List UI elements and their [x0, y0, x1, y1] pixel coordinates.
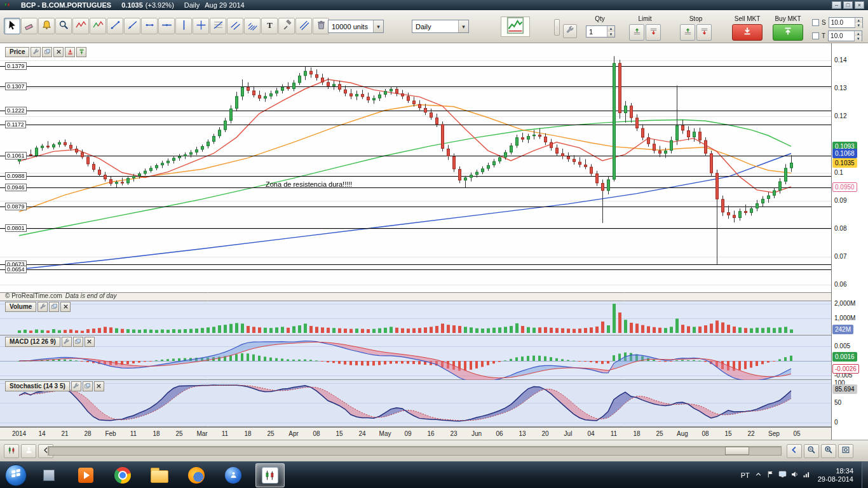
insert-buy-icon — [78, 46, 85, 58]
display-settings[interactable] — [778, 470, 787, 480]
date-label: 13 — [513, 430, 532, 437]
sell-market-button[interactable] — [732, 24, 763, 41]
buy-limit-button[interactable] — [629, 24, 644, 41]
price-axis[interactable]: 0.140.130.120.10.090.080.070.060.10930.1… — [831, 43, 868, 440]
buy-stop-button[interactable] — [680, 24, 695, 41]
jump-to-last-button[interactable] — [787, 444, 802, 458]
maximize-button[interactable]: □ — [843, 1, 853, 9]
pitchfork-tool-button[interactable] — [244, 18, 261, 34]
zoom-fit-icon — [841, 445, 850, 457]
date-label: Mar — [193, 430, 212, 437]
volume-control[interactable] — [790, 470, 799, 480]
zigzag-tool-button[interactable] — [72, 18, 89, 34]
ray-tool-button[interactable] — [124, 18, 140, 34]
window-button[interactable] — [49, 302, 59, 312]
buy-market-icon — [783, 26, 793, 39]
wrench-button[interactable] — [62, 337, 72, 347]
insert-sell-button[interactable] — [65, 47, 75, 57]
window-button[interactable] — [73, 337, 83, 347]
close-button[interactable] — [94, 381, 104, 391]
taskbar-app-firefox[interactable] — [182, 463, 211, 487]
close-button[interactable] — [60, 302, 71, 312]
zoom-in-button[interactable] — [821, 444, 836, 458]
date-label: 08 — [696, 430, 715, 437]
s-checkbox[interactable] — [812, 19, 819, 26]
date-label: Jun — [467, 430, 486, 437]
sell-limit-button[interactable] — [646, 24, 661, 41]
cross-line-tool-button[interactable] — [193, 18, 209, 34]
zoom-tool-button[interactable] — [55, 18, 72, 34]
price-axis-badge: 0.0950 — [832, 182, 857, 192]
s-spinner[interactable]: ▲▼ — [855, 18, 862, 27]
t-input[interactable]: 10.0 ▲▼ — [828, 30, 862, 41]
s-input[interactable]: 10.0 ▲▼ — [829, 17, 863, 28]
channel-tool-button[interactable] — [227, 18, 243, 34]
start-button[interactable] — [5, 464, 27, 486]
chart-style-button[interactable] — [4, 444, 19, 458]
time-axis[interactable]: 2014142128Feb111825Mar111825Apr081524May… — [0, 427, 831, 440]
close-button[interactable] — [85, 337, 95, 347]
close-button[interactable] — [53, 47, 64, 57]
t-spinner[interactable]: ▲▼ — [854, 31, 862, 41]
chart-bottom-bar — [0, 440, 868, 461]
minimize-button[interactable]: – — [832, 1, 841, 9]
parallel-lines-tool-button[interactable] — [295, 18, 312, 34]
timeframe-select[interactable]: Daily ▾ — [412, 20, 469, 33]
window-button[interactable] — [42, 47, 52, 57]
horizontal-line-tool-button[interactable] — [158, 18, 175, 34]
wrench-button[interactable] — [31, 47, 41, 57]
price-axis-tick: 0.12 — [834, 112, 846, 120]
taskbar-app-explorer[interactable] — [145, 463, 174, 487]
date-label: 22 — [742, 430, 761, 437]
wrench-icon — [39, 301, 46, 313]
taskbar-app-media[interactable] — [71, 463, 100, 487]
quantity-preset-select[interactable]: 10000 units ▾ — [328, 20, 384, 33]
taskbar-app-prorealtime[interactable] — [255, 463, 285, 487]
vertical-line-tool-button[interactable] — [175, 18, 192, 34]
taskbar-app-chrome[interactable] — [108, 463, 137, 487]
pattern-recognition-button[interactable] — [501, 17, 530, 37]
taskbar-app-messenger[interactable] — [219, 463, 248, 487]
fibonacci-tool-button[interactable] — [210, 18, 226, 34]
segment-tool-button[interactable] — [107, 18, 123, 34]
zoom-out-button[interactable] — [804, 444, 819, 458]
text-tool-button[interactable]: T — [261, 18, 278, 34]
close-icon — [55, 46, 62, 58]
zoom-all-button[interactable] — [838, 444, 853, 458]
eraser-tool-button[interactable] — [21, 18, 37, 34]
arrow-left-blue-icon — [790, 445, 799, 457]
network-icon — [803, 470, 811, 480]
pointer-tool-button[interactable] — [4, 18, 20, 34]
drawing-tools-button[interactable] — [278, 18, 295, 34]
input-flag[interactable] — [766, 470, 775, 480]
wrench-button[interactable] — [37, 302, 48, 312]
t-checkbox[interactable] — [812, 32, 819, 39]
zigzag-filter-tool-button[interactable] — [90, 18, 106, 34]
qty-input[interactable]: 1 ▲▼ — [586, 25, 615, 37]
delete-drawings-tool-button[interactable] — [313, 18, 329, 34]
order-settings-button[interactable] — [563, 24, 577, 38]
sell-stop-button[interactable] — [696, 24, 712, 41]
close-button[interactable]: × — [855, 1, 864, 9]
horizontal-segment-tool-button[interactable] — [141, 18, 158, 34]
insert-buy-button[interactable] — [76, 47, 86, 57]
volume-axis-tick: 1,000M — [834, 315, 855, 322]
chart-canvas[interactable] — [0, 43, 832, 427]
wrench-button[interactable] — [71, 381, 81, 391]
clock[interactable]: 18:34 29-08-2014 — [818, 467, 853, 484]
chart-scrollbar[interactable] — [48, 446, 782, 456]
window-button[interactable] — [83, 381, 93, 391]
collapse-handle[interactable] — [554, 19, 560, 36]
network-status[interactable] — [803, 470, 811, 480]
show-desktop-button[interactable] — [862, 462, 868, 488]
profiles-button[interactable] — [21, 444, 36, 458]
qty-spinner[interactable]: ▲▼ — [607, 26, 614, 37]
alert-tool-button[interactable] — [38, 18, 55, 34]
date-label: May — [376, 430, 395, 437]
hidden-icons-button[interactable] — [754, 470, 763, 480]
buy-market-button[interactable] — [773, 24, 803, 41]
taskbar-app-generic[interactable] — [34, 463, 64, 487]
language-indicator[interactable]: PT — [741, 471, 750, 479]
s-label: S — [822, 19, 826, 26]
scrollbar-thumb[interactable] — [725, 447, 749, 455]
